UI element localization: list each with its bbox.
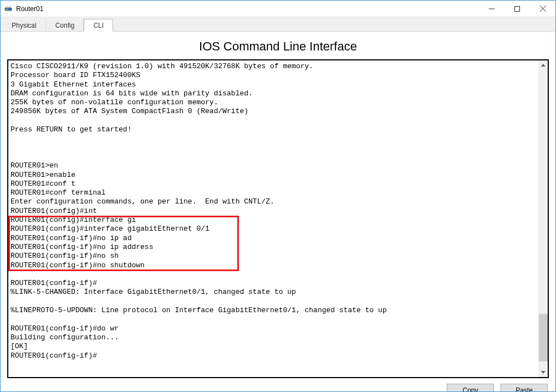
app-icon [4, 4, 13, 13]
terminal-container: Cisco CISCO2911/K9 (revision 1.0) with 4… [7, 59, 549, 378]
copy-button[interactable]: Copy [447, 384, 494, 392]
svg-rect-5 [515, 6, 520, 11]
tab-bar: Physical Config CLI [1, 17, 555, 32]
tab-config[interactable]: Config [46, 19, 84, 31]
titlebar: Router01 [1, 1, 555, 17]
svg-point-1 [6, 8, 7, 9]
cli-heading: IOS Command Line Interface [7, 39, 549, 54]
maximize-button[interactable] [504, 1, 530, 17]
scroll-up-icon[interactable] [539, 60, 548, 70]
button-row: Copy Paste [7, 384, 549, 392]
scroll-down-icon[interactable] [539, 368, 548, 377]
window-title: Router01 [16, 5, 479, 13]
scroll-thumb[interactable] [539, 314, 548, 362]
paste-button[interactable]: Paste [501, 384, 548, 392]
svg-rect-3 [9, 8, 11, 9]
tab-cli[interactable]: CLI [84, 19, 113, 32]
scrollbar[interactable] [538, 60, 548, 377]
content-area: IOS Command Line Interface Cisco CISCO29… [1, 32, 555, 392]
close-button[interactable] [530, 1, 555, 17]
terminal-output[interactable]: Cisco CISCO2911/K9 (revision 1.0) with 4… [8, 60, 538, 377]
svg-point-2 [7, 8, 8, 9]
window-controls [479, 1, 555, 17]
minimize-button[interactable] [479, 1, 504, 17]
scroll-track[interactable] [539, 70, 548, 368]
tab-physical[interactable]: Physical [2, 19, 46, 31]
